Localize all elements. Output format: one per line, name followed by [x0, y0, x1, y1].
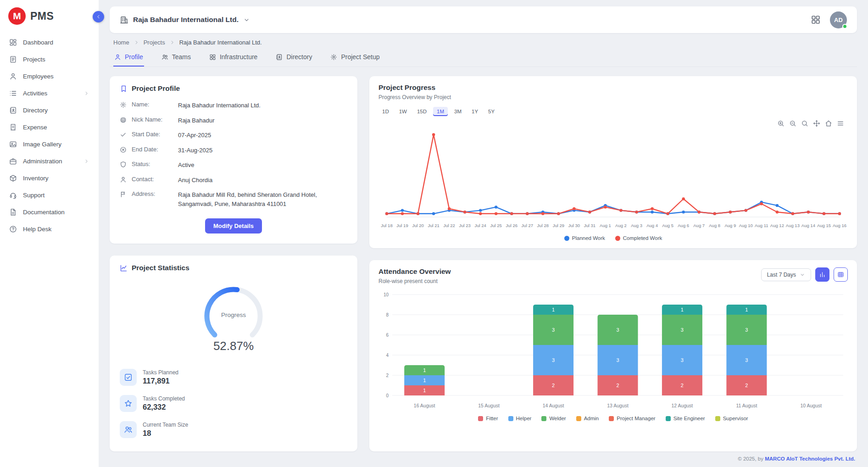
- svg-text:Aug 14: Aug 14: [801, 223, 815, 228]
- svg-text:Aug 9: Aug 9: [724, 223, 736, 228]
- svg-text:Aug 13: Aug 13: [786, 223, 800, 228]
- sidebar-collapse-button[interactable]: [93, 11, 104, 22]
- legend-item[interactable]: Planned Work: [564, 235, 605, 241]
- range-1d-button[interactable]: 1D: [378, 107, 393, 116]
- table-view-button[interactable]: [834, 267, 848, 282]
- legend-item[interactable]: Welder: [541, 416, 566, 421]
- sidebar-item-activities[interactable]: Activities: [0, 85, 99, 102]
- card-subtitle: Role-wise present count: [378, 278, 451, 284]
- project-progress-card: Project Progress Progress Overview by Pr…: [369, 76, 857, 248]
- field-value: 07-Apr-2025: [178, 131, 211, 140]
- legend-item[interactable]: Admin: [576, 416, 599, 421]
- avatar[interactable]: AD: [830, 11, 847, 28]
- sidebar-item-dashboard[interactable]: Dashboard: [0, 34, 99, 51]
- svg-text:13 August: 13 August: [607, 403, 629, 408]
- project-progress-chart[interactable]: Jul 18Jul 19Jul 20Jul 21Jul 22Jul 23Jul …: [378, 118, 848, 234]
- profile-fields: Name: Raja Bahadur International Ltd. Ni…: [120, 101, 347, 208]
- bookmark-icon: [120, 85, 128, 93]
- reset-home-icon[interactable]: [825, 120, 832, 127]
- shield-icon: [120, 161, 127, 168]
- chart-menu-icon[interactable]: [837, 120, 844, 127]
- svg-text:2: 2: [386, 373, 389, 378]
- check-icon: [120, 131, 127, 138]
- footer: © 2025, by MARCO AIoT Technologies Pvt. …: [110, 456, 857, 461]
- field-end-date: End Date: 31-Aug-2025: [120, 146, 347, 155]
- logo-icon: M: [8, 7, 26, 25]
- tab-teams[interactable]: Teams: [161, 50, 192, 67]
- range-1m-button[interactable]: 1M: [433, 107, 448, 116]
- sidebar-item-label: Directory: [23, 107, 48, 114]
- svg-text:2: 2: [552, 383, 555, 388]
- fingerprint-icon: [120, 117, 127, 123]
- svg-text:Jul 19: Jul 19: [396, 223, 408, 228]
- breadcrumb-home[interactable]: Home: [113, 39, 129, 46]
- legend-item[interactable]: Fitter: [478, 416, 498, 421]
- date-range-select[interactable]: Last 7 Days: [761, 268, 811, 281]
- svg-text:Jul 21: Jul 21: [428, 223, 439, 228]
- stat-rows: Tasks Planned 117,891 Tasks Completed 62…: [120, 369, 347, 438]
- breadcrumb-projects[interactable]: Projects: [144, 39, 165, 46]
- legend-item[interactable]: Site Engineer: [666, 416, 705, 421]
- svg-text:6: 6: [386, 333, 389, 338]
- sidebar-item-image-gallery[interactable]: Image Gallery: [0, 136, 99, 153]
- svg-text:Aug 15: Aug 15: [817, 223, 831, 228]
- svg-text:Jul 29: Jul 29: [553, 223, 564, 228]
- sidebar-item-employees[interactable]: Employees: [0, 68, 99, 85]
- svg-text:Jul 27: Jul 27: [522, 223, 533, 228]
- breadcrumb: Home Projects Raja Bahadur International…: [110, 33, 857, 47]
- pan-icon[interactable]: [813, 120, 820, 127]
- sidebar-item-support[interactable]: Support: [0, 187, 99, 204]
- svg-text:10 August: 10 August: [800, 403, 822, 408]
- building-icon: [120, 16, 128, 24]
- company-selector[interactable]: Raja Bahadur International Ltd.: [120, 16, 250, 24]
- sidebar-item-help-desk[interactable]: Help Desk: [0, 221, 99, 238]
- chart-view-button[interactable]: [815, 267, 829, 282]
- svg-text:Jul 23: Jul 23: [459, 223, 471, 228]
- tab-directory[interactable]: Directory: [275, 50, 313, 67]
- breadcrumb-current: Raja Bahadur International Ltd.: [179, 39, 262, 46]
- sidebar-item-documentation[interactable]: Documentation: [0, 204, 99, 221]
- chevron-left-icon: [95, 14, 101, 20]
- chevron-right-icon: [83, 90, 89, 96]
- main-content: Raja Bahadur International Ltd. AD Home …: [99, 0, 868, 467]
- legend-item[interactable]: Helper: [508, 416, 532, 421]
- svg-text:Aug 7: Aug 7: [693, 223, 705, 228]
- field-label: End Date:: [132, 146, 173, 153]
- zoom-out-icon[interactable]: [789, 120, 796, 127]
- attendance-chart[interactable]: 024681011116 August15 August233114 Augus…: [378, 288, 848, 415]
- tab-label: Directory: [286, 53, 312, 61]
- sidebar: M PMS Dashboard Projects Employees Activ…: [0, 0, 99, 467]
- footer-company-link[interactable]: MARCO AIoT Technologies Pvt. Ltd.: [765, 456, 855, 461]
- legend-item[interactable]: Completed Work: [615, 235, 662, 241]
- chevron-down-icon: [243, 17, 250, 23]
- svg-text:Aug 12: Aug 12: [770, 223, 784, 228]
- svg-text:8: 8: [386, 312, 389, 317]
- range-5y-button[interactable]: 5Y: [484, 107, 498, 116]
- sidebar-item-administration[interactable]: Administration: [0, 153, 99, 170]
- svg-text:3: 3: [616, 357, 619, 363]
- selection-zoom-icon[interactable]: [801, 120, 808, 127]
- card-title: Project Progress: [378, 83, 848, 92]
- sidebar-item-expense[interactable]: Expense: [0, 119, 99, 136]
- sidebar-item-label: Dashboard: [23, 39, 53, 46]
- zoom-in-icon[interactable]: [777, 120, 785, 127]
- sidebar-item-inventory[interactable]: Inventory: [0, 170, 99, 187]
- apps-grid-button[interactable]: [811, 15, 821, 25]
- range-3m-button[interactable]: 3M: [451, 107, 465, 116]
- tab-bar: Profile Teams Infrastructure Directory P…: [110, 47, 857, 67]
- legend-item[interactable]: Project Manager: [609, 416, 655, 421]
- range-1w-button[interactable]: 1W: [395, 107, 411, 116]
- legend-item[interactable]: Supervisor: [715, 416, 748, 421]
- svg-text:Aug 10: Aug 10: [739, 223, 753, 228]
- sidebar-item-directory[interactable]: Directory: [0, 102, 99, 119]
- range-15d-button[interactable]: 15D: [413, 107, 430, 116]
- range-1y-button[interactable]: 1Y: [468, 107, 482, 116]
- svg-text:1: 1: [681, 307, 684, 312]
- progress-gauge-arc: [190, 280, 277, 340]
- modify-details-button[interactable]: Modify Details: [205, 218, 262, 234]
- sidebar-item-projects[interactable]: Projects: [0, 51, 99, 68]
- svg-text:1: 1: [423, 378, 426, 383]
- tab-project-setup[interactable]: Project Setup: [329, 50, 380, 67]
- tab-profile[interactable]: Profile: [113, 50, 144, 67]
- tab-infrastructure[interactable]: Infrastructure: [208, 50, 258, 67]
